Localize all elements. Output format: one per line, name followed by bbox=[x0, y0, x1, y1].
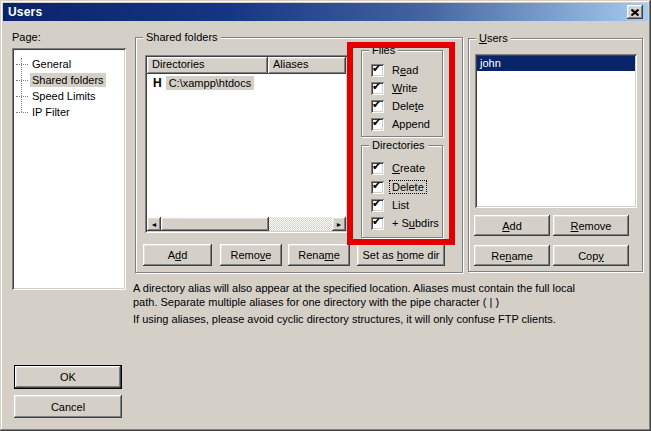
close-button[interactable] bbox=[627, 5, 643, 19]
dirs-delete-row[interactable]: Delete bbox=[371, 180, 426, 194]
set-as-home-dir-button-label: Set as home dir bbox=[362, 249, 439, 261]
right-arrow-icon: ► bbox=[336, 221, 343, 228]
tree-item-speed-limits[interactable]: Speed Limits bbox=[16, 88, 98, 104]
directory-row[interactable]: H C:\xampp\htdocs bbox=[147, 75, 254, 91]
tree-item-label: Speed Limits bbox=[30, 89, 98, 103]
copy-user-button-label: Copy bbox=[578, 250, 604, 262]
write-checkbox-label: Write bbox=[390, 82, 419, 94]
rename-user-button[interactable]: Rename bbox=[474, 245, 550, 266]
tree-item-general[interactable]: General bbox=[16, 56, 73, 72]
add-user-button-label: Add bbox=[502, 220, 522, 232]
rename-directory-button-label: Rename bbox=[298, 249, 340, 261]
remove-user-button[interactable]: Remove bbox=[553, 215, 629, 236]
tree-item-ip-filter[interactable]: IP Filter bbox=[16, 104, 72, 120]
tree-item-shared-folders[interactable]: Shared folders bbox=[16, 72, 106, 88]
files-read-row[interactable]: Read bbox=[371, 63, 420, 77]
page-label: Page: bbox=[12, 31, 41, 43]
list-checkbox[interactable] bbox=[371, 199, 384, 212]
remove-directory-button[interactable]: Remove bbox=[220, 244, 282, 266]
add-user-button[interactable]: Add bbox=[474, 215, 550, 236]
dirs-list-row[interactable]: List bbox=[371, 198, 411, 212]
close-icon bbox=[631, 9, 639, 16]
copy-user-button[interactable]: Copy bbox=[553, 245, 629, 266]
scroll-left-button[interactable]: ◄ bbox=[147, 217, 161, 231]
subdirs-checkbox-label: + Subdirs bbox=[390, 217, 441, 229]
column-header-aliases[interactable]: Aliases bbox=[268, 57, 346, 74]
add-directory-button-label: Add bbox=[168, 249, 188, 261]
delete-files-checkbox[interactable] bbox=[371, 100, 384, 113]
remove-user-button-label: Remove bbox=[571, 220, 612, 232]
horizontal-scrollbar[interactable]: ◄ ► bbox=[147, 217, 346, 231]
scroll-right-button[interactable]: ► bbox=[332, 217, 346, 231]
tree-connector bbox=[16, 64, 28, 65]
cancel-button[interactable]: Cancel bbox=[14, 395, 122, 418]
dirs-subdirs-row[interactable]: + Subdirs bbox=[371, 216, 441, 230]
alias-help-line-3: If using aliases, please avoid cyclic di… bbox=[133, 312, 645, 326]
delete-files-checkbox-label: Delete bbox=[390, 100, 426, 112]
delete-dirs-checkbox[interactable] bbox=[371, 181, 384, 194]
files-delete-row[interactable]: Delete bbox=[371, 99, 426, 113]
ok-button-label: OK bbox=[60, 371, 76, 383]
column-header-directories[interactable]: Directories bbox=[147, 57, 268, 74]
files-write-row[interactable]: Write bbox=[371, 81, 419, 95]
append-checkbox[interactable] bbox=[371, 118, 384, 131]
add-directory-button[interactable]: Add bbox=[143, 244, 212, 266]
dirs-create-row[interactable]: Create bbox=[371, 161, 427, 175]
tree-item-label: IP Filter bbox=[30, 105, 72, 119]
alias-help-line-1: A directory alias will also appear at th… bbox=[133, 281, 645, 295]
delete-dirs-checkbox-label: Delete bbox=[390, 181, 426, 193]
directory-path: C:\xampp\htdocs bbox=[166, 76, 255, 90]
tree-connector bbox=[16, 112, 28, 113]
ok-button[interactable]: OK bbox=[14, 365, 122, 389]
left-arrow-icon: ◄ bbox=[151, 221, 158, 228]
subdirs-checkbox[interactable] bbox=[371, 217, 384, 230]
alias-help-text: A directory alias will also appear at th… bbox=[133, 281, 645, 326]
files-group-title: Files bbox=[369, 44, 398, 56]
titlebar[interactable]: Users bbox=[3, 3, 648, 21]
cancel-button-label: Cancel bbox=[51, 401, 85, 413]
rename-directory-button[interactable]: Rename bbox=[288, 244, 350, 266]
read-checkbox-label: Read bbox=[390, 64, 420, 76]
page-tree[interactable]: General Shared folders Speed Limits IP F… bbox=[12, 48, 126, 290]
alias-help-line-2: path. Separate multiple aliases for one … bbox=[133, 295, 645, 309]
files-append-row[interactable]: Append bbox=[371, 117, 432, 131]
users-dialog: Users Page: General Shared folders Speed… bbox=[0, 0, 651, 431]
directories-group-title: Directories bbox=[369, 139, 428, 151]
tree-item-label: Shared folders bbox=[30, 73, 106, 87]
tree-connector bbox=[16, 96, 28, 97]
create-checkbox-label: Create bbox=[390, 162, 427, 174]
directories-list[interactable]: Directories Aliases H C:\xampp\htdocs ◄ … bbox=[145, 55, 348, 233]
tree-item-label: General bbox=[30, 57, 73, 71]
read-checkbox[interactable] bbox=[371, 64, 384, 77]
window-title: Users bbox=[3, 5, 42, 19]
set-as-home-dir-button[interactable]: Set as home dir bbox=[357, 244, 445, 266]
write-checkbox[interactable] bbox=[371, 82, 384, 95]
home-flag: H bbox=[147, 76, 166, 90]
list-header: Directories Aliases bbox=[147, 57, 346, 74]
users-group-title: Users bbox=[476, 32, 511, 44]
tree-connector bbox=[16, 80, 28, 81]
list-checkbox-label: List bbox=[390, 199, 411, 211]
remove-directory-button-label: Remove bbox=[231, 249, 272, 261]
create-checkbox[interactable] bbox=[371, 162, 384, 175]
append-checkbox-label: Append bbox=[390, 118, 432, 130]
users-list[interactable]: john bbox=[475, 54, 637, 208]
shared-folders-group-title: Shared folders bbox=[143, 31, 221, 43]
user-row-john[interactable]: john bbox=[477, 56, 635, 71]
scrollbar-thumb[interactable] bbox=[161, 217, 269, 231]
rename-user-button-label: Rename bbox=[491, 250, 533, 262]
